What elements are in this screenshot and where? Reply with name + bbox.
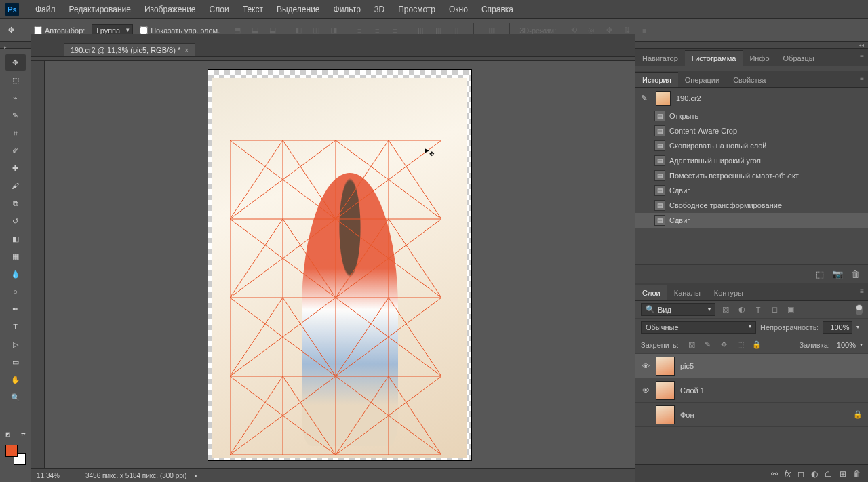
create-document-from-state-icon[interactable]: ⬚: [816, 269, 824, 279]
lock-transparency-icon[interactable]: ▧: [686, 339, 698, 351]
menu-3d[interactable]: 3D: [368, 5, 391, 14]
path-select-tool[interactable]: ▷: [5, 336, 26, 353]
eraser-tool[interactable]: ◧: [5, 230, 26, 247]
eyedropper-tool[interactable]: ✐: [5, 142, 26, 159]
menu-edit[interactable]: Редактирование: [62, 5, 138, 14]
marquee-tool[interactable]: ⬚: [5, 72, 26, 88]
menu-image[interactable]: Изображение: [138, 5, 203, 14]
hand-tool[interactable]: ✋: [5, 371, 26, 388]
new-snapshot-icon[interactable]: 📷: [832, 269, 843, 279]
menu-window[interactable]: Окно: [442, 5, 475, 14]
history-step[interactable]: ▤Скопировать на новый слой: [635, 138, 868, 153]
blend-mode-select[interactable]: Обычные ▾: [641, 321, 756, 334]
layer-visibility-icon[interactable]: 👁: [641, 362, 650, 370]
menu-select[interactable]: Выделение: [270, 5, 327, 14]
shape-tool[interactable]: ▭: [5, 354, 26, 370]
layer-row[interactable]: 👁pic5: [635, 354, 868, 378]
clone-stamp-tool[interactable]: ⧉: [5, 195, 26, 212]
autoselect-checkbox[interactable]: Автовыбор:: [34, 26, 85, 35]
lock-position-icon[interactable]: ✥: [718, 339, 730, 351]
tab-layers[interactable]: Слои: [635, 285, 667, 300]
color-swatches[interactable]: [5, 445, 26, 465]
fill-value[interactable]: 100%: [837, 341, 856, 349]
layer-style-icon[interactable]: fx: [785, 469, 791, 479]
lasso-tool[interactable]: ⌁: [5, 89, 26, 106]
history-brush-icon[interactable]: ✎: [641, 94, 650, 103]
tab-paths[interactable]: Контуры: [707, 285, 750, 300]
lock-artboard-icon[interactable]: ⬚: [734, 339, 747, 351]
move-tool[interactable]: ✥: [5, 54, 26, 71]
lock-all-icon[interactable]: 🔒: [751, 339, 763, 351]
healing-brush-tool[interactable]: ✚: [5, 160, 26, 176]
history-step[interactable]: ▤Сдвиг: [635, 183, 868, 198]
layer-name[interactable]: Слой 1: [680, 386, 705, 395]
menu-layers[interactable]: Слои: [203, 5, 236, 14]
tab-swatches[interactable]: Образцы: [776, 51, 821, 66]
history-step[interactable]: ▤Сдвиг: [635, 213, 868, 228]
delete-state-icon[interactable]: 🗑: [851, 269, 860, 279]
chevron-down-icon[interactable]: ▾: [860, 342, 863, 348]
panel-collapse-icon[interactable]: ◂◂: [859, 42, 868, 48]
panel-menu-icon[interactable]: ≡: [860, 75, 864, 82]
foreground-color-swatch[interactable]: [5, 445, 18, 457]
link-layers-icon[interactable]: ⚯: [771, 469, 778, 479]
adjustment-layer-icon[interactable]: ◐: [811, 469, 818, 479]
menu-filter[interactable]: Фильтр: [327, 5, 368, 14]
history-source[interactable]: ✎ 190.cr2: [635, 88, 868, 108]
canvas-viewport[interactable]: ▸✥: [45, 61, 635, 468]
zoom-level[interactable]: 11.34%: [37, 472, 77, 479]
quick-select-tool[interactable]: ✎: [5, 107, 26, 123]
menu-help[interactable]: Справка: [475, 5, 520, 14]
panel-menu-icon[interactable]: ≡: [860, 53, 864, 60]
history-brush-tool[interactable]: ↺: [5, 213, 26, 229]
filter-smart-icon[interactable]: ▣: [785, 304, 797, 316]
filter-shape-icon[interactable]: ◻: [768, 304, 781, 316]
tab-info[interactable]: Инфо: [743, 51, 776, 66]
ruler-vertical[interactable]: [31, 61, 45, 468]
delete-layer-icon[interactable]: 🗑: [853, 469, 861, 479]
gradient-tool[interactable]: ▦: [5, 248, 26, 264]
doc-info[interactable]: 3456 пикс. x 5184 пикс. (300 ppi): [85, 472, 186, 479]
history-step[interactable]: ▤Открыть: [635, 108, 868, 123]
dodge-tool[interactable]: ○: [5, 283, 26, 300]
menu-view[interactable]: Просмотр: [391, 5, 442, 14]
layer-thumbnail[interactable]: [656, 381, 675, 400]
status-menu-icon[interactable]: ▸: [195, 473, 197, 479]
crop-tool[interactable]: ⌗: [5, 125, 26, 141]
layer-row[interactable]: 👁Слой 1: [635, 378, 868, 403]
layer-filter-kind-select[interactable]: 🔍 Вид ▾: [641, 303, 715, 316]
layer-mask-icon[interactable]: ◻: [797, 469, 804, 479]
layer-name[interactable]: pic5: [680, 362, 694, 370]
tab-channels[interactable]: Каналы: [667, 285, 707, 300]
tab-properties[interactable]: Свойства: [726, 73, 772, 87]
artboard[interactable]: ▸✥: [208, 70, 471, 460]
history-step[interactable]: ▤Поместить встроенный смарт-объект: [635, 168, 868, 183]
pen-tool[interactable]: ✒: [5, 301, 26, 317]
blur-tool[interactable]: 💧: [5, 266, 26, 282]
opacity-value[interactable]: 100%: [823, 321, 852, 334]
show-transform-controls-checkbox[interactable]: Показать упр. элем.: [140, 26, 220, 35]
filter-type-icon[interactable]: T: [752, 304, 764, 316]
history-step[interactable]: ▤Content-Aware Crop: [635, 123, 868, 138]
new-layer-icon[interactable]: ⊞: [840, 469, 846, 479]
tab-navigator[interactable]: Навигатор: [635, 51, 685, 66]
chevron-down-icon[interactable]: ▾: [856, 324, 859, 330]
layer-thumbnail[interactable]: [656, 357, 675, 376]
layer-thumbnail[interactable]: [656, 405, 675, 424]
layer-name[interactable]: Фон: [680, 411, 694, 419]
history-step[interactable]: ▤Свободное трансформирование: [635, 198, 868, 213]
swatch-mini-icons[interactable]: ◩⇄: [5, 431, 26, 439]
brush-tool[interactable]: 🖌: [5, 178, 26, 194]
edit-toolbar[interactable]: ⋯: [5, 412, 26, 428]
filter-adjustment-icon[interactable]: ◐: [736, 304, 748, 316]
filter-pixel-icon[interactable]: ▧: [719, 304, 732, 316]
layer-row[interactable]: Фон🔒: [635, 403, 868, 427]
close-tab-icon[interactable]: ×: [184, 47, 189, 54]
layer-group-icon[interactable]: 🗀: [825, 469, 833, 479]
menu-file[interactable]: Файл: [28, 5, 62, 14]
lock-image-icon[interactable]: ✎: [702, 339, 714, 351]
menu-text[interactable]: Текст: [236, 5, 270, 14]
panel-menu-icon[interactable]: ≡: [860, 287, 864, 295]
filter-toggle-switch[interactable]: [856, 304, 863, 315]
document-tab[interactable]: 190.cr2 @ 11,3% (pic5, RGB/8) * ×: [64, 43, 195, 56]
